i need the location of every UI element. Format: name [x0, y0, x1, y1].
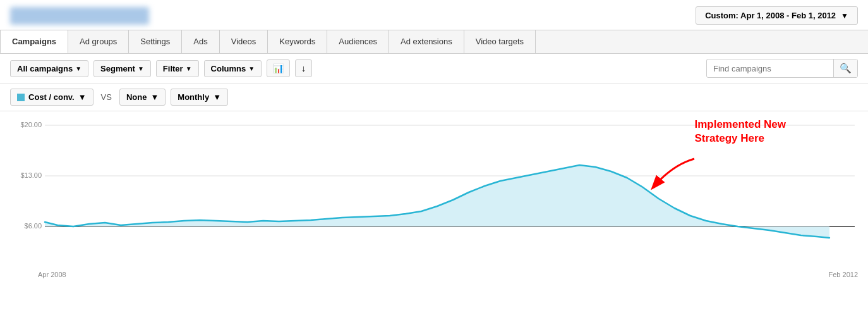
toolbar: All campaigns ▼ Segment ▼ Filter ▼ Colum… [0, 54, 868, 84]
all-campaigns-button[interactable]: All campaigns ▼ [10, 60, 88, 77]
x-axis-end: Feb 2012 [829, 271, 858, 278]
tab-keywords[interactable]: Keywords [268, 30, 327, 53]
search-icon: 🔍 [840, 63, 852, 73]
blurred-account-title [10, 7, 149, 25]
filter-button[interactable]: Filter ▼ [156, 60, 199, 77]
line-chart-icon: 📊 [273, 63, 284, 73]
chevron-down-icon: ▼ [138, 65, 144, 72]
tab-audiences[interactable]: Audiences [327, 30, 389, 53]
tabs-bar: Campaigns Ad groups Settings Ads Videos … [0, 30, 868, 54]
chart-area: $20.00 $13.00 $6.00 Implemented New Stra… [0, 111, 868, 269]
chevron-down-icon: ▼ [213, 92, 221, 102]
period-button[interactable]: Monthly ▼ [171, 89, 228, 106]
chevron-down-icon: ▼ [75, 65, 81, 72]
top-bar: Custom: Apr 1, 2008 - Feb 1, 2012 ▼ [0, 0, 868, 30]
segment-button[interactable]: Segment ▼ [93, 60, 151, 77]
svg-text:$13.00: $13.00 [20, 171, 42, 179]
chart-controls: Cost / conv. ▼ VS None ▼ Monthly ▼ [0, 84, 868, 111]
date-range-label: Custom: Apr 1, 2008 - Feb 1, 2012 [705, 11, 836, 20]
tab-ad-extensions[interactable]: Ad extensions [389, 30, 464, 53]
search-button[interactable]: 🔍 [833, 59, 857, 77]
svg-text:$6.00: $6.00 [25, 222, 42, 230]
tab-videos[interactable]: Videos [220, 30, 268, 53]
columns-button[interactable]: Columns ▼ [204, 60, 262, 77]
tab-video-targets[interactable]: Video targets [464, 30, 536, 53]
chevron-down-icon: ▼ [78, 92, 87, 102]
none-button[interactable]: None ▼ [119, 89, 166, 106]
chart-icon-button[interactable]: 📊 [267, 59, 290, 77]
vs-label: VS [99, 92, 114, 102]
find-campaigns-input[interactable] [707, 61, 833, 77]
tab-ads[interactable]: Ads [182, 30, 219, 53]
chevron-down-icon: ▼ [248, 65, 255, 72]
metric-color-indicator [17, 94, 25, 101]
tab-settings[interactable]: Settings [129, 30, 182, 53]
chevron-down-icon: ▼ [150, 92, 159, 102]
download-icon: ↓ [301, 63, 306, 73]
search-container: 🔍 [706, 59, 858, 78]
download-button[interactable]: ↓ [295, 59, 312, 77]
x-axis-labels: Apr 2008 Feb 2012 [0, 269, 868, 278]
date-range-button[interactable]: Custom: Apr 1, 2008 - Feb 1, 2012 ▼ [696, 6, 858, 25]
chevron-down-icon: ▼ [186, 65, 192, 72]
x-axis-start: Apr 2008 [38, 271, 66, 278]
chart-svg: $20.00 $13.00 $6.00 [10, 118, 858, 257]
chevron-down-icon: ▼ [841, 11, 848, 20]
tab-campaigns[interactable]: Campaigns [0, 30, 68, 54]
tab-ad-groups[interactable]: Ad groups [68, 30, 129, 53]
metric-button[interactable]: Cost / conv. ▼ [10, 89, 93, 106]
svg-text:$20.00: $20.00 [20, 121, 42, 128]
